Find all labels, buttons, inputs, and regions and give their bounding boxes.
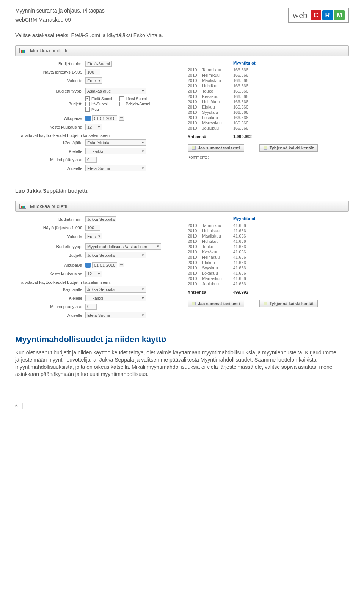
- lang-select[interactable]: --- kaikki ---: [85, 148, 146, 154]
- perm-heading: Tarvittavat käyttöoikeudet budjetin kats…: [19, 133, 176, 138]
- duration-select[interactable]: 12: [85, 271, 102, 277]
- month-row: 2010Joulukuu41.666: [188, 282, 345, 286]
- label-type: Budjetti tyyppi: [19, 244, 85, 249]
- area-select[interactable]: Etelä-Suomi: [85, 312, 146, 318]
- chk-ita[interactable]: [85, 102, 90, 106]
- budget-name-input[interactable]: Jukka Seppälä: [85, 216, 116, 222]
- logo-c-icon: C: [311, 10, 321, 20]
- month-row: 2010Heinäkuu41.666: [188, 255, 345, 260]
- info-icon[interactable]: i: [85, 263, 91, 268]
- label-user: Käyttäjälle: [19, 287, 85, 292]
- label-duration: Kesto kuukausina: [19, 272, 85, 276]
- page-footer: 6: [15, 401, 349, 409]
- order-input[interactable]: 100: [85, 225, 100, 231]
- month-row: 2010Maaliskuu166.666: [188, 78, 345, 83]
- month-row: 2010Marraskuu41.666: [188, 276, 345, 281]
- month-row: 2010Helmikuu166.666: [188, 73, 345, 77]
- month-row: 2010Kesäkuu166.666: [188, 94, 345, 99]
- type-select[interactable]: Asiakas alue: [85, 88, 146, 94]
- panel-title: Muokkaa budjetti: [30, 48, 67, 53]
- month-row: 2010Huhtikuu166.666: [188, 83, 345, 88]
- budget-panel-2: Muokkaa budjetti Budjetin nimi Jukka Sep…: [15, 201, 349, 325]
- perm-heading: Tarvittavat käyttöoikeudet budjetin kats…: [19, 280, 176, 285]
- budget-select[interactable]: Jukka Seppälä: [85, 252, 146, 258]
- clear-button[interactable]: Tyhjennä kaikki kentät: [259, 144, 318, 152]
- budget-panel-1: Muokkaa budjetti Budjetin nimi Etelä-Suo…: [15, 45, 349, 178]
- currency-select[interactable]: Euro: [85, 77, 102, 84]
- month-row: 2010Kesäkuu41.666: [188, 250, 345, 254]
- label-user: Käyttäjälle: [19, 140, 85, 145]
- order-input[interactable]: 100: [85, 69, 100, 75]
- section-heading: Myyntimahdollisuudet ja niiden käyttö: [15, 335, 349, 345]
- label-min: Minimi pääsytaso: [19, 304, 85, 309]
- area-select[interactable]: Etelä-Suomi: [85, 165, 146, 171]
- month-row: 2010Tammikuu41.666: [188, 223, 345, 228]
- label-order: Näytä järjestys 1-999: [19, 70, 85, 74]
- info-icon[interactable]: i: [85, 116, 91, 121]
- month-row: 2010Maaliskuu41.666: [188, 234, 345, 238]
- month-row: 2010Marraskuu166.666: [188, 121, 345, 125]
- budget-name-input[interactable]: Etelä-Suomi: [85, 61, 112, 67]
- label-duration: Kesto kuukausina: [19, 125, 85, 129]
- min-input[interactable]: 0: [85, 157, 97, 163]
- intro-text-2: Luo Jukka Seppälän budjetti.: [15, 188, 349, 194]
- label-budget-name: Budjetin nimi: [19, 61, 85, 66]
- month-row: 2010Lokakuu41.666: [188, 271, 345, 275]
- label-budget: Budjetti: [19, 253, 85, 258]
- clear-button[interactable]: Tyhjennä kaikki kentät: [259, 300, 318, 307]
- distribute-button[interactable]: Jaa summat tasisesti: [188, 144, 244, 152]
- month-row: 2010Syyskuu41.666: [188, 266, 345, 270]
- label-start: Alkupäivä: [19, 116, 85, 121]
- chk-lansi[interactable]: [119, 96, 124, 101]
- chk-etela[interactable]: ✔: [85, 96, 90, 101]
- section-paragraph: Kun olet saanut budjetit ja niiden käytt…: [15, 349, 349, 378]
- panel-header: Muokkaa budjetti: [15, 201, 349, 212]
- currency-select[interactable]: Euro: [85, 233, 102, 239]
- start-date-input[interactable]: 01-01-2010: [92, 115, 117, 121]
- myyntitulot-title: Myyntitulot: [188, 216, 345, 221]
- myyntitulot-title: Myyntitulot: [188, 61, 345, 65]
- calendar-icon[interactable]: [119, 263, 124, 267]
- month-row: 2010Elokuu166.666: [188, 105, 345, 109]
- intro-text-1: Valitse asiakasalueeksi Etelä-Suomi ja k…: [15, 32, 349, 38]
- panel-title: Muokkaa budjetti: [30, 203, 67, 209]
- month-row: 2010Helmikuu41.666: [188, 228, 345, 233]
- distribute-button[interactable]: Jaa summat tasisesti: [188, 300, 244, 307]
- label-min: Minimi pääsytaso: [19, 157, 85, 162]
- duration-select[interactable]: 12: [85, 124, 102, 130]
- webcrm-logo: web C R M: [288, 8, 349, 23]
- chk-muu[interactable]: [85, 107, 90, 112]
- doc-subtitle: webCRM Marraskuu 09: [15, 17, 105, 23]
- chart-icon: [19, 48, 26, 53]
- month-row: 2010Huhtikuu41.666: [188, 239, 345, 244]
- label-lang: Kielelle: [19, 296, 85, 300]
- min-input[interactable]: 0: [85, 304, 97, 310]
- month-row: 2010Touko41.666: [188, 244, 345, 249]
- total-value: 1.999.992: [233, 134, 252, 139]
- panel-header: Muokkaa budjetti: [15, 45, 349, 56]
- type-select[interactable]: Myyntimahdollisuus Vastuullinen: [85, 243, 161, 250]
- month-table-2: 2010Tammikuu41.6662010Helmikuu41.6662010…: [188, 223, 345, 286]
- chk-pohjois[interactable]: [119, 102, 124, 106]
- start-date-input[interactable]: 01-01-2010: [92, 262, 117, 268]
- region-checkbox-grid: ✔Etelä-Suomi Länsi-Suomi Itä-Suomi Pohjo…: [85, 96, 150, 112]
- chart-icon: [19, 204, 26, 209]
- label-budget: Budjetti: [19, 102, 85, 106]
- label-type: Budjetti tyyppi: [19, 89, 85, 93]
- month-row: 2010Lokakuu166.666: [188, 115, 345, 120]
- label-budget-name: Budjetin nimi: [19, 217, 85, 222]
- month-row: 2010Heinäkuu166.666: [188, 99, 345, 104]
- label-start: Alkupäivä: [19, 263, 85, 267]
- label-lang: Kielelle: [19, 149, 85, 154]
- logo-text: web: [292, 10, 308, 20]
- label-area: Alueelle: [19, 166, 85, 171]
- user-select[interactable]: Jukka Seppälä: [85, 286, 146, 293]
- calendar-icon[interactable]: [119, 116, 124, 121]
- label-currency: Valuutta: [19, 79, 85, 83]
- page-header: Myynnin seuranta ja ohjaus, Pikaopas web…: [15, 8, 349, 23]
- label-order: Näytä järjestys 1-999: [19, 225, 85, 230]
- total-label: Yhteensä: [188, 134, 233, 139]
- logo-r-icon: R: [322, 10, 333, 20]
- lang-select[interactable]: --- kaikki ---: [85, 295, 146, 301]
- user-select[interactable]: Esko Virtala: [85, 139, 146, 146]
